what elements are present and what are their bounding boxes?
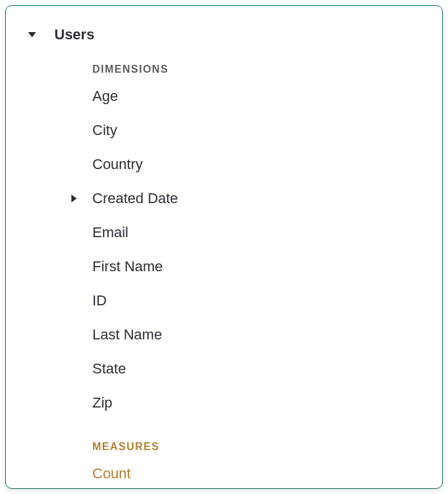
field-country[interactable]: Country bbox=[6, 147, 442, 181]
field-label: City bbox=[92, 122, 117, 139]
chevron-right-icon bbox=[71, 195, 77, 202]
field-label: State bbox=[92, 360, 126, 377]
view-users-row[interactable]: Users bbox=[6, 22, 442, 48]
field-email[interactable]: Email bbox=[6, 216, 442, 250]
field-age[interactable]: Age bbox=[6, 79, 442, 113]
field-label: Age bbox=[92, 88, 118, 105]
field-label: Zip bbox=[92, 394, 113, 411]
chevron-slot bbox=[71, 195, 92, 202]
field-label: ID bbox=[92, 292, 107, 309]
field-id[interactable]: ID bbox=[6, 284, 442, 318]
field-first-name[interactable]: First Name bbox=[6, 250, 442, 284]
field-count[interactable]: Count bbox=[6, 457, 442, 489]
field-label: Country bbox=[92, 156, 143, 173]
field-label: First Name bbox=[92, 258, 163, 275]
chevron-down-icon bbox=[28, 32, 36, 37]
field-created-date[interactable]: Created Date bbox=[6, 181, 442, 216]
field-state[interactable]: State bbox=[6, 352, 442, 386]
dimensions-header: DIMENSIONS bbox=[6, 64, 442, 75]
field-last-name[interactable]: Last Name bbox=[6, 318, 442, 352]
field-picker-panel: Users DIMENSIONS Age City Country Create… bbox=[5, 5, 443, 489]
field-zip[interactable]: Zip bbox=[6, 386, 442, 420]
field-label: Last Name bbox=[92, 326, 162, 343]
view-label: Users bbox=[54, 26, 94, 43]
field-label: Email bbox=[92, 224, 128, 241]
field-label: Count bbox=[92, 465, 131, 482]
field-label: Created Date bbox=[92, 190, 178, 207]
field-city[interactable]: City bbox=[6, 113, 442, 147]
measures-header: MEASURES bbox=[6, 441, 442, 453]
